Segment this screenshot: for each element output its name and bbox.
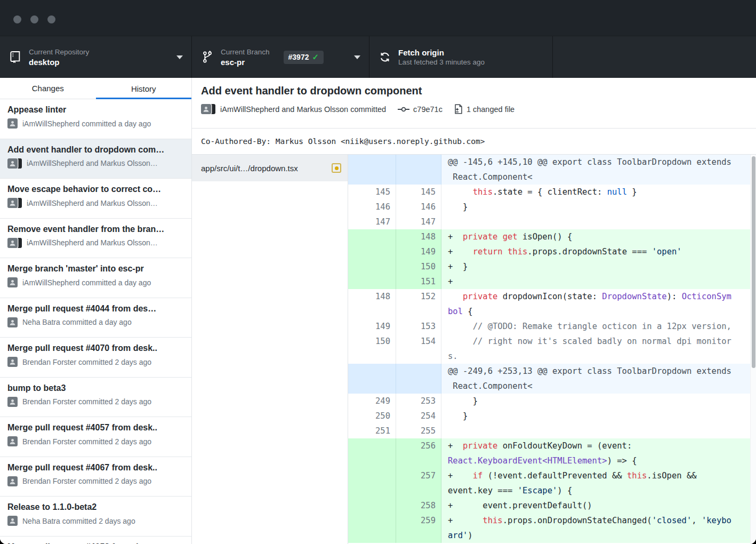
- avatar: [7, 118, 18, 129]
- new-line-number: 256: [396, 438, 441, 468]
- commit-list-item[interactable]: Merge branch 'master' into esc-priAmWill…: [0, 258, 191, 298]
- old-line-number: [348, 468, 396, 498]
- old-line-number: 148: [348, 289, 396, 319]
- old-line-number: [348, 513, 396, 543]
- committer-avatars: [7, 238, 22, 248]
- new-line-number: 152: [396, 289, 441, 319]
- diff-code-text: @@ -145,6 +145,10 @@ export class Toolba…: [441, 155, 750, 185]
- commit-item-title: Merge pull request #4057 from desk..: [7, 423, 184, 433]
- pr-number: #3972: [288, 53, 309, 61]
- commit-item-byline: Brendan Forster committed 2 days ago: [7, 436, 184, 446]
- diff-code-text: }: [441, 394, 750, 409]
- commit-list-item[interactable]: Move escape behavior to correct co…iAmWi…: [0, 179, 191, 219]
- diff-hunk-header: @@ -249,6 +253,13 @@ export class Toolba…: [348, 364, 750, 394]
- commit-list-item[interactable]: Merge pull request #4053 from d…: [0, 537, 191, 544]
- commit-item-byline: Neha Batra committed 2 days ago: [7, 516, 184, 526]
- avatar: [7, 436, 18, 446]
- diff-code-text: [441, 214, 750, 229]
- changed-files-list: app/src/ui/t…/dropdown.tsx: [192, 155, 348, 544]
- diff-code-text: this.state = { clientRect: null }: [441, 185, 750, 199]
- new-line-number: 257: [396, 468, 441, 498]
- committer-avatars: [201, 104, 215, 114]
- titlebar: [0, 0, 756, 36]
- diff-line: 151+: [348, 274, 750, 289]
- tab-changes[interactable]: Changes: [0, 78, 96, 99]
- commit-item-byline: iAmWillShepherd and Markus Olsson…: [7, 198, 184, 208]
- diff-code-text: + private get isOpen() {: [441, 229, 750, 244]
- new-line-number: 145: [396, 185, 441, 199]
- window-controls: [13, 15, 55, 23]
- diff-code-text: + if (!event.defaultPrevented && this.is…: [441, 468, 750, 498]
- fetch-origin-button[interactable]: Fetch origin Last fetched 3 minutes ago: [369, 36, 553, 78]
- commit-list-item[interactable]: Merge pull request #4067 from desk..Bren…: [0, 457, 191, 497]
- avatar: [7, 516, 18, 526]
- commit-detail-panel: Add event handler to dropdown component …: [192, 78, 756, 544]
- current-branch-button[interactable]: Current Branch esc-pr #3972 ✓: [192, 36, 369, 78]
- old-line-number: 146: [348, 199, 396, 214]
- diff-scrollbar[interactable]: [750, 155, 756, 544]
- new-line-number: 149: [396, 244, 441, 259]
- diff-file-icon: [454, 104, 463, 114]
- commit-item-byline: Brendan Forster committed 2 days ago: [7, 397, 184, 407]
- avatar: [7, 277, 18, 287]
- diff-line: 150154 // right now it's scaled badly on…: [348, 334, 750, 364]
- commit-list-item[interactable]: Merge pull request #4044 from des…Neha B…: [0, 298, 191, 338]
- commit-list-item[interactable]: Release to 1.1.0-beta2Neha Batra committ…: [0, 497, 191, 537]
- commit-list-item[interactable]: Remove event handler from the bran…iAmWi…: [0, 219, 191, 259]
- sidebar: Changes History Appease linteriAmWillShe…: [0, 78, 192, 544]
- current-repository-button[interactable]: Current Repository desktop: [0, 36, 192, 78]
- diff-code-text: // right now it's scaled badly on normal…: [441, 334, 750, 364]
- diff-line: 147147: [348, 214, 750, 229]
- new-line-number: 147: [396, 214, 441, 229]
- diff-line: 150+ }: [348, 259, 750, 274]
- commit-item-title: Add event handler to dropdown com…: [7, 145, 184, 155]
- commit-description: Co-Authored-By: Markus Olsson <niik@user…: [192, 128, 756, 155]
- commit-item-title: Merge pull request #4044 from des…: [7, 304, 184, 314]
- new-line-number: 148: [396, 229, 441, 244]
- diff-code-text: + return this.props.dropdownState === 'o…: [441, 244, 750, 259]
- avatar: [201, 104, 211, 114]
- diff-line: 258+ event.preventDefault(): [348, 498, 750, 513]
- new-line-number: 255: [396, 423, 441, 438]
- file-item[interactable]: app/src/ui/t…/dropdown.tsx: [192, 155, 348, 181]
- new-line-number: 153: [396, 319, 441, 334]
- toolbar: Current Repository desktop Current Branc…: [0, 36, 756, 78]
- app-window: Current Repository desktop Current Branc…: [0, 0, 756, 544]
- avatar: [7, 397, 18, 407]
- commit-list-item[interactable]: bump to beta3Brendan Forster committed 2…: [0, 378, 191, 418]
- diff-line: 257+ if (!event.defaultPrevented && this…: [348, 468, 750, 498]
- commit-list-item[interactable]: Add event handler to dropdown com…iAmWil…: [0, 139, 191, 179]
- commit-item-title: bump to beta3: [7, 383, 184, 393]
- avatar: [7, 357, 18, 367]
- avatar: [7, 476, 18, 486]
- old-line-number: [348, 155, 396, 185]
- close-window-button[interactable]: [13, 15, 21, 23]
- new-line-number: 253: [396, 394, 441, 409]
- avatar: [7, 317, 18, 327]
- scrollbar-thumb[interactable]: [752, 156, 755, 368]
- avatar: [7, 238, 18, 248]
- commit-list-item[interactable]: Merge pull request #4070 from desk..Bren…: [0, 338, 191, 378]
- current-repository-label: Current Repository: [29, 47, 89, 57]
- diff-code-text: + private onFoldoutKeyDown = (event: Rea…: [441, 438, 750, 468]
- chevron-down-icon: [354, 55, 360, 59]
- avatar: [7, 198, 18, 208]
- commit-sha[interactable]: c79e71c: [413, 105, 443, 114]
- old-line-number: [348, 498, 396, 513]
- diff-code-text: [441, 423, 750, 438]
- committer-avatars: [7, 198, 22, 208]
- diff-line: 250254 }: [348, 409, 750, 423]
- commit-list-item[interactable]: Merge pull request #4057 from desk..Bren…: [0, 417, 191, 457]
- chevron-down-icon: [176, 55, 183, 59]
- diff-code-text: + event.preventDefault(): [441, 498, 750, 513]
- commit-byline: iAmWillShepherd and Markus Olsson commit…: [220, 105, 386, 114]
- zoom-window-button[interactable]: [47, 15, 55, 23]
- tab-history[interactable]: History: [96, 78, 192, 99]
- new-line-number: 254: [396, 409, 441, 423]
- minimize-window-button[interactable]: [30, 15, 38, 23]
- old-line-number: 150: [348, 334, 396, 364]
- changed-files-count: 1 changed file: [467, 105, 514, 114]
- commit-list-item[interactable]: Appease linteriAmWillShepherd committed …: [0, 99, 191, 139]
- old-line-number: [348, 259, 396, 274]
- commit-item-byline: iAmWillShepherd committed a day ago: [7, 277, 184, 287]
